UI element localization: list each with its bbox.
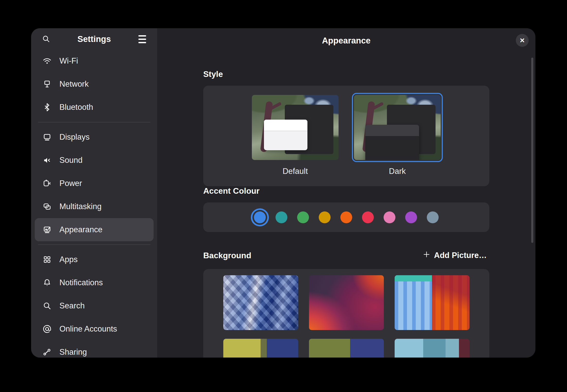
appearance-panel: Appearance ✕ Style: [157, 28, 535, 358]
wifi-icon: [42, 56, 52, 66]
accent-dot-purple[interactable]: [405, 211, 417, 223]
wallpaper-thumb-magma-waves[interactable]: [309, 275, 384, 330]
network-icon: [42, 79, 52, 89]
style-option-label: Default: [282, 167, 308, 176]
desktop: Settings Wi-Fi Network: [0, 0, 567, 392]
share-nodes-icon: [42, 348, 52, 357]
sidebar-divider: [38, 244, 150, 245]
accent-dot-orange[interactable]: [340, 211, 352, 223]
wallpaper-thumb-green-blue[interactable]: [309, 339, 384, 358]
style-option-label: Dark: [389, 167, 406, 176]
plus-icon: [423, 251, 430, 260]
bell-icon: [42, 278, 52, 287]
at-sign-icon: [42, 324, 52, 334]
sound-icon: [42, 156, 52, 165]
sidebar-item-displays[interactable]: Displays: [35, 126, 154, 149]
sidebar-item-label: Bluetooth: [59, 103, 93, 112]
appearance-icon: [42, 225, 52, 234]
wallpaper-thumb-blue-geometric[interactable]: [223, 275, 298, 330]
apps-grid-icon: [42, 255, 52, 264]
panel-scroll-area: Style Default: [157, 53, 535, 358]
sidebar-item-wifi[interactable]: Wi-Fi: [35, 49, 154, 73]
style-preview-dark: [354, 95, 441, 160]
accent-dot-pink[interactable]: [384, 211, 395, 223]
add-picture-button[interactable]: Add Picture…: [420, 249, 489, 262]
close-icon: ✕: [520, 37, 525, 44]
sidebar-item-network[interactable]: Network: [35, 73, 154, 96]
sidebar-header: Settings: [31, 28, 157, 46]
sidebar-item-label: Search: [59, 301, 85, 310]
sidebar-item-label: Wi-Fi: [59, 56, 78, 66]
wallpaper-thumb-split-drips[interactable]: [395, 275, 469, 330]
style-card: Default Dark: [203, 86, 489, 186]
style-option-default[interactable]: Default: [250, 93, 341, 176]
accent-dot-green[interactable]: [297, 211, 309, 223]
sidebar-item-label: Sharing: [59, 348, 87, 357]
wallpaper-thumb-olive-blue[interactable]: [223, 339, 298, 358]
accent-dot-yellow[interactable]: [319, 211, 331, 223]
sidebar-item-sound[interactable]: Sound: [35, 149, 154, 172]
sidebar-item-power[interactable]: Power: [35, 172, 154, 195]
background-card: [203, 269, 489, 358]
scrollbar-thumb[interactable]: [531, 58, 533, 243]
accent-dot-red[interactable]: [362, 211, 374, 223]
main-menu-button[interactable]: [135, 32, 149, 46]
sidebar-nav: Wi-Fi Network Bluetooth: [31, 46, 157, 358]
settings-window: Settings Wi-Fi Network: [31, 28, 535, 358]
bluetooth-icon: [42, 103, 52, 112]
search-icon: [42, 301, 52, 310]
accent-dot-teal[interactable]: [276, 211, 287, 223]
sidebar-item-label: Network: [59, 79, 89, 89]
sidebar-item-apps[interactable]: Apps: [35, 248, 154, 271]
sidebar-item-notifications[interactable]: Notifications: [35, 271, 154, 294]
wallpaper-row: [203, 339, 489, 358]
sidebar-item-bluetooth[interactable]: Bluetooth: [35, 96, 154, 119]
add-picture-label: Add Picture…: [434, 251, 487, 260]
sidebar-item-label: Notifications: [59, 278, 103, 287]
sidebar-item-online-accounts[interactable]: Online Accounts: [35, 317, 154, 341]
wallpaper-row: [203, 275, 489, 330]
accent-colour-heading: Accent Colour: [203, 186, 489, 196]
power-icon: [42, 179, 52, 188]
sidebar-item-label: Displays: [59, 132, 90, 142]
wallpaper-thumb-teal-maroon[interactable]: [395, 339, 469, 358]
accent-colour-card: [203, 202, 489, 232]
sidebar: Settings Wi-Fi Network: [31, 28, 157, 358]
search-button[interactable]: [39, 32, 53, 46]
accent-dot-blue[interactable]: [254, 211, 266, 223]
sidebar-item-label: Sound: [59, 156, 83, 165]
sidebar-item-label: Apps: [59, 255, 78, 264]
sidebar-item-search[interactable]: Search: [35, 294, 154, 317]
hamburger-menu-icon: [138, 35, 146, 43]
style-preview-frame-selected: [352, 93, 443, 162]
sidebar-item-multitasking[interactable]: Multitasking: [35, 195, 154, 218]
sidebar-item-sharing[interactable]: Sharing: [35, 341, 154, 358]
sidebar-title: Settings: [53, 34, 135, 44]
sidebar-item-appearance[interactable]: Appearance: [35, 218, 154, 241]
preview-front-window-light: [264, 120, 307, 150]
preview-front-window-dark: [365, 125, 419, 160]
sidebar-item-label: Multitasking: [59, 202, 102, 211]
sidebar-item-label: Power: [59, 179, 82, 188]
background-header-row: Background Add Picture…: [203, 249, 489, 262]
panel-header: Appearance ✕: [157, 28, 535, 53]
sidebar-divider: [38, 122, 150, 122]
accent-dot-slate[interactable]: [427, 211, 439, 223]
sidebar-item-label: Appearance: [59, 225, 102, 234]
style-preview-frame: [250, 93, 341, 162]
search-icon: [42, 34, 50, 44]
style-option-dark[interactable]: Dark: [352, 93, 443, 176]
panel-title: Appearance: [322, 36, 371, 46]
close-button[interactable]: ✕: [516, 34, 529, 47]
displays-icon: [42, 132, 52, 142]
style-heading: Style: [203, 69, 489, 79]
style-preview-default: [252, 95, 339, 160]
background-heading: Background: [203, 251, 251, 260]
multitasking-icon: [42, 202, 52, 211]
sidebar-item-label: Online Accounts: [59, 324, 117, 334]
